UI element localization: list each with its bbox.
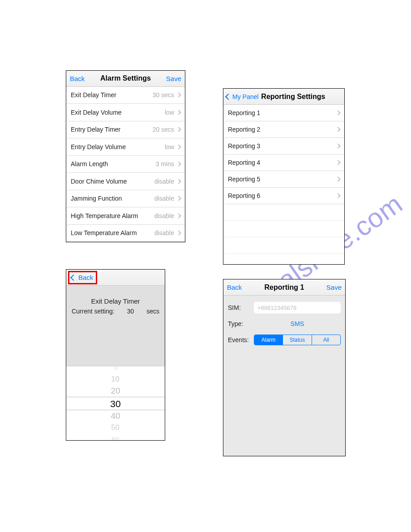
setting-value: 20 secs	[153, 126, 174, 133]
reporting-label: Reporting 4	[228, 159, 336, 166]
setting-row-low-temp-alarm[interactable]: Low Temperature Alarm disable	[66, 225, 185, 242]
back-button[interactable]: My Panel	[232, 93, 258, 100]
blank-row	[223, 204, 344, 221]
page-title: Reporting 1	[265, 283, 304, 292]
picker-item[interactable]: 20	[111, 385, 120, 397]
reporting-row-1[interactable]: Reporting 1	[223, 105, 344, 121]
back-highlight-box: Back	[68, 271, 97, 284]
navbar: Back	[66, 270, 165, 286]
picker-item[interactable]: 50	[111, 422, 120, 433]
reporting-row-4[interactable]: Reporting 4	[223, 154, 344, 171]
events-option-alarm[interactable]: Alarm	[254, 335, 283, 345]
save-button[interactable]: Save	[326, 283, 342, 291]
events-option-all[interactable]: All	[312, 335, 340, 345]
chevron-left-icon[interactable]	[225, 93, 231, 99]
chevron-left-icon[interactable]	[70, 274, 77, 280]
setting-label: Exit Delay Timer	[71, 91, 153, 99]
reporting-row-5[interactable]: Reporting 5	[223, 171, 344, 188]
chevron-right-icon	[176, 162, 181, 167]
events-row: Events: Alarm Status All	[228, 332, 341, 348]
blank-row	[223, 237, 344, 254]
page-title: Alarm Settings	[100, 74, 151, 82]
reporting-label: Reporting 3	[228, 142, 336, 150]
type-label: Type:	[228, 320, 254, 327]
type-row: Type: SMS	[228, 316, 341, 331]
picker-item[interactable]: 40	[111, 410, 120, 422]
setting-label: High Temperature Alarm	[71, 212, 154, 219]
chevron-right-icon	[176, 196, 181, 201]
current-setting-value: 30	[127, 308, 134, 315]
sim-label: SIM:	[228, 304, 254, 311]
setting-label: Door Chime Volume	[71, 178, 154, 185]
setting-value: disable	[154, 178, 174, 185]
setting-label: Alarm Length	[71, 160, 156, 167]
back-button[interactable]: Back	[227, 283, 242, 291]
navbar: My Panel Reporting Settings	[223, 89, 344, 105]
reporting-label: Reporting 5	[228, 176, 336, 183]
number-picker[interactable]: 0 10 20 30 40 50 60	[66, 366, 165, 440]
exit-delay-timer-screen: Back Exit Delay Timer Current setting: 3…	[66, 269, 165, 441]
setting-row-high-temp-alarm[interactable]: High Temperature Alarm disable	[66, 207, 185, 225]
navbar: Back Alarm Settings Save	[66, 71, 185, 87]
chevron-right-icon	[176, 179, 181, 184]
reporting-label: Reporting 1	[228, 109, 336, 116]
blank-row	[223, 221, 344, 237]
current-setting-unit: secs	[146, 308, 159, 315]
chevron-right-icon	[176, 110, 181, 115]
setting-label: Entry Delay Volume	[71, 143, 165, 150]
type-value-dropdown[interactable]: SMS	[254, 320, 341, 327]
events-label: Events:	[228, 336, 254, 343]
picker-item[interactable]: 10	[111, 374, 120, 384]
setting-value: low	[165, 143, 174, 150]
setting-label: Jamming Function	[71, 195, 154, 202]
settings-list: Exit Delay Timer 30 secs Exit Delay Volu…	[66, 87, 185, 242]
setting-value: 3 mins	[156, 160, 174, 167]
reporting-label: Reporting 6	[228, 192, 336, 199]
setting-value: disable	[154, 195, 174, 202]
reporting-row-3[interactable]: Reporting 3	[223, 138, 344, 154]
setting-value: 30 secs	[153, 91, 174, 99]
back-button[interactable]: Back	[70, 75, 85, 82]
chevron-right-icon	[335, 143, 340, 148]
sim-input[interactable]: +88612345678	[254, 302, 341, 313]
picker-item[interactable]: 60	[112, 434, 119, 440]
setting-row-exit-delay-timer[interactable]: Exit Delay Timer 30 secs	[66, 87, 185, 104]
setting-row-entry-delay-volume[interactable]: Entry Delay Volume low	[66, 138, 185, 156]
setting-label: Low Temperature Alarm	[71, 229, 154, 236]
chevron-right-icon	[176, 127, 181, 132]
chevron-right-icon	[176, 213, 181, 218]
setting-row-alarm-length[interactable]: Alarm Length 3 mins	[66, 156, 185, 173]
setting-row-entry-delay-timer[interactable]: Entry Delay Timer 20 secs	[66, 121, 185, 139]
chevron-right-icon	[335, 176, 340, 181]
events-segmented-control: Alarm Status All	[254, 335, 341, 345]
sim-row: SIM: +88612345678	[228, 300, 341, 315]
current-setting-row: Current setting: 30 secs	[66, 308, 165, 315]
chevron-right-icon	[335, 193, 340, 198]
setting-row-exit-delay-volume[interactable]: Exit Delay Volume low	[66, 104, 185, 121]
setting-row-door-chime-volume[interactable]: Door Chime Volume disable	[66, 173, 185, 190]
reporting-list: Reporting 1 Reporting 2 Reporting 3 Repo…	[223, 105, 344, 264]
current-setting-label: Current setting:	[72, 308, 115, 315]
reporting-1-screen: Back Reporting 1 Save SIM: +88612345678 …	[223, 279, 346, 456]
picker-item[interactable]: 0	[114, 366, 117, 372]
picker-item-selected[interactable]: 30	[66, 397, 165, 410]
reporting-settings-screen: My Panel Reporting Settings Reporting 1 …	[223, 88, 345, 265]
chevron-right-icon	[335, 127, 340, 132]
setting-value: low	[165, 109, 174, 116]
save-button[interactable]: Save	[166, 75, 181, 82]
navbar: Back Reporting 1 Save	[223, 279, 345, 296]
back-button[interactable]: Back	[78, 274, 93, 281]
events-option-status[interactable]: Status	[283, 335, 312, 345]
reporting-label: Reporting 2	[228, 126, 336, 133]
chevron-right-icon	[176, 144, 181, 149]
alarm-settings-screen: Back Alarm Settings Save Exit Delay Time…	[66, 70, 185, 242]
chevron-right-icon	[335, 110, 340, 115]
setting-value: disable	[154, 229, 174, 236]
setting-row-jamming-function[interactable]: Jamming Function disable	[66, 190, 185, 208]
reporting-row-2[interactable]: Reporting 2	[223, 121, 344, 138]
chevron-right-icon	[335, 160, 340, 165]
chevron-right-icon	[176, 231, 181, 236]
reporting-row-6[interactable]: Reporting 6	[223, 188, 344, 204]
form-body: SIM: +88612345678 Type: SMS Events: Alar…	[223, 296, 345, 456]
timer-info: Exit Delay Timer Current setting: 30 sec…	[66, 286, 165, 366]
